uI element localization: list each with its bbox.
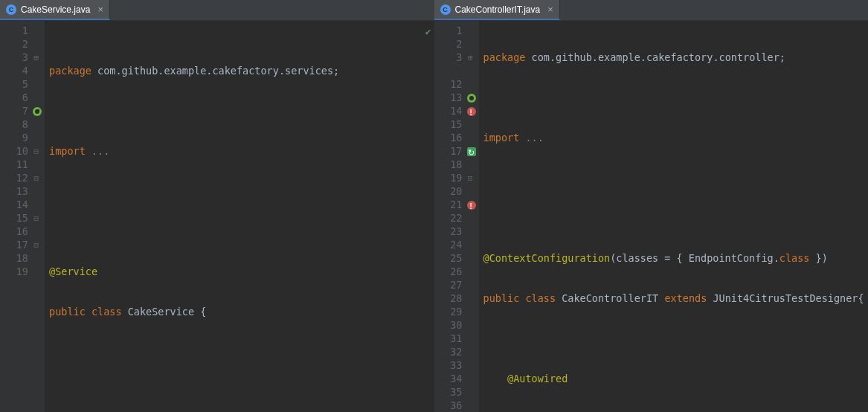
java-class-icon: C [6,4,16,15]
superclass: JUnit4CitrusTestDesigner [713,292,858,304]
tabbar-right: C CakeControllerIT.java × [434,0,869,21]
annotation-autowired: @Autowired [507,373,568,384]
tab-cakeservice[interactable]: C CakeService.java × [0,0,110,20]
kw-class: class [91,306,122,318]
tab-filename: CakeService.java [21,4,90,15]
fold-collapse-icon[interactable]: ⊟ [464,172,473,185]
spring-bean-gutter-icon[interactable] [31,106,42,116]
annotation-contextconfig: @ContextConfiguration [483,252,611,264]
fold-collapse-icon[interactable]: ⊟ [30,145,39,158]
left-editor-pane: C CakeService.java × 1 2 3⊞ 4 5 6 7 8 9 … [0,0,434,412]
tabbar-left: C CakeService.java × [0,0,434,21]
editor-left[interactable]: 1 2 3⊞ 4 5 6 7 8 9 10⊟ 11 12⊟ 13 14 15⊟ … [0,21,434,412]
close-icon[interactable]: × [97,4,103,15]
tab-filename: CakeControllerIT.java [455,4,541,15]
class-name: CakeService [128,306,194,318]
kw-class: class [525,292,556,304]
fold-expand-icon[interactable]: ⊞ [464,51,473,65]
error-gutter-icon[interactable] [466,106,476,116]
package-stmt: com.github.example.cakefactory.services; [97,65,339,77]
java-class-icon: C [440,4,451,15]
kw-class-literal: class [779,252,810,264]
fold-expand-icon[interactable]: ⊞ [30,51,39,65]
right-editor-pane: C CakeControllerIT.java × 1 2 3⊞ 12 13 1… [434,0,869,412]
package-stmt: com.github.example.cakefactory.controlle… [532,51,785,63]
tab-cakecontrollerit[interactable]: C CakeControllerIT.java × [434,0,560,20]
folded-imports[interactable]: ... [91,145,109,157]
fold-end-icon[interactable]: ⊟ [30,239,39,252]
fold-collapse-icon[interactable]: ⊟ [30,212,39,225]
keyword-import: import [483,132,520,144]
gutter-right: 1 2 3⊞ 12 13 14 15 16 17 18 19⊟ 20 21 22… [434,21,479,412]
fold-end-icon[interactable]: ⊟ [30,172,39,185]
annotation-service: @Service [49,265,97,277]
autowired-bean-gutter-icon[interactable] [466,146,476,156]
spring-config-gutter-icon[interactable] [466,92,476,103]
anno-args: (classes = { EndpointConfig. [610,252,779,264]
code-area-left[interactable]: ✔ package com.github.example.cakefactory… [45,21,434,412]
keyword-package: package [49,65,91,77]
class-name: CakeControllerIT [562,292,658,304]
editor-right[interactable]: 1 2 3⊞ 12 13 14 15 16 17 18 19⊟ 20 21 22… [434,21,869,412]
kw-public: public [49,306,86,318]
keyword-import: import [49,145,86,157]
code-area-right[interactable]: package com.github.example.cakefactory.c… [479,21,869,412]
inspection-ok-icon[interactable]: ✔ [425,25,431,39]
keyword-package: package [483,51,526,63]
kw-public: public [483,292,520,304]
kw-extends: extends [664,292,707,304]
close-icon[interactable]: × [547,4,553,15]
error-gutter-icon[interactable] [466,199,476,210]
folded-imports[interactable]: ... [525,132,543,144]
gutter-left: 1 2 3⊞ 4 5 6 7 8 9 10⊟ 11 12⊟ 13 14 15⊟ … [0,21,45,412]
anno-args-end: }) [809,252,827,264]
